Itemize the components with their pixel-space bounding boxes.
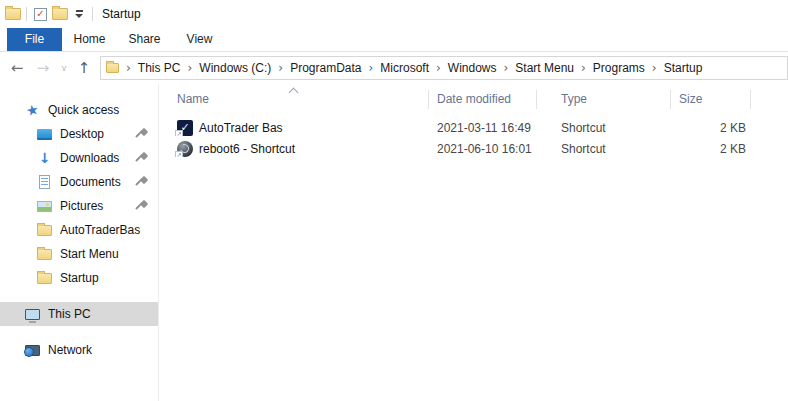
explorer-window: ✓ Startup File Home Share View ← → ∨ ↑ ›… [0, 0, 788, 401]
file-date-modified: 2021-03-11 16:49 [429, 121, 537, 135]
ribbon-tab-strip: File Home Share View [0, 28, 788, 52]
sidebar-item-start-menu[interactable]: Start Menu [0, 242, 158, 266]
history-dropdown-icon[interactable]: ∨ [56, 63, 72, 73]
file-size: 2 KB [671, 121, 751, 135]
up-icon[interactable]: ↑ [72, 59, 96, 77]
navigation-pane: ★ Quick access Desktop ↓ Downloads Docum… [0, 84, 159, 401]
breadcrumb-chevron-icon: › [278, 61, 283, 75]
explorer-app-icon [5, 8, 21, 20]
breadcrumb-chevron-icon: › [504, 61, 509, 75]
breadcrumb-windows-c[interactable]: Windows (C:) [199, 61, 271, 75]
reboot-shortcut-icon: ↗ [177, 141, 193, 157]
column-header-row: Name Date modified Type Size [159, 84, 788, 114]
folder-icon [37, 249, 52, 260]
pin-icon [136, 176, 148, 188]
sidebar-item-network[interactable]: Network [0, 338, 158, 362]
check-icon: ✓ [36, 9, 44, 19]
tab-share[interactable]: Share [117, 28, 172, 51]
pin-icon [136, 152, 148, 164]
breadcrumb-chevron-icon: › [369, 61, 374, 75]
back-icon[interactable]: ← [4, 59, 30, 77]
address-folder-icon [106, 63, 119, 73]
address-bar[interactable]: › This PC › Windows (C:) › ProgramData ›… [100, 56, 788, 80]
shortcut-arrow-icon: ↗ [175, 130, 183, 136]
quick-access-star-icon: ★ [25, 102, 40, 118]
customize-qat-dropdown-icon[interactable] [75, 10, 83, 18]
breadcrumb-chevron-icon: › [188, 61, 193, 75]
breadcrumb-chevron-icon: › [436, 61, 441, 75]
breadcrumb-programs[interactable]: Programs [593, 61, 645, 75]
file-row-autotrader[interactable]: ✓ ↗ AutoTrader Bas 2021-03-11 16:49 Shor… [159, 117, 788, 138]
folder-icon [37, 273, 52, 284]
column-header-name[interactable]: Name [159, 84, 429, 114]
file-name: AutoTrader Bas [199, 121, 283, 135]
tab-home[interactable]: Home [62, 28, 117, 51]
window-title: Startup [102, 7, 141, 21]
breadcrumb-chevron-icon: › [126, 61, 131, 75]
breadcrumb-chevron-icon: › [581, 61, 586, 75]
pin-icon [136, 128, 148, 140]
sidebar-item-pictures[interactable]: Pictures [0, 194, 158, 218]
file-rows: ✓ ↗ AutoTrader Bas 2021-03-11 16:49 Shor… [159, 117, 788, 159]
folder-icon [37, 225, 52, 236]
sidebar-item-desktop[interactable]: Desktop [0, 122, 158, 146]
main-area: ★ Quick access Desktop ↓ Downloads Docum… [0, 84, 788, 401]
tab-view[interactable]: View [172, 28, 227, 51]
breadcrumb-chevron-icon: › [652, 61, 657, 75]
column-header-size[interactable]: Size [671, 84, 751, 114]
titlebar: ✓ Startup [0, 0, 788, 28]
pin-icon [136, 200, 148, 212]
desktop-icon [37, 129, 52, 140]
sidebar-item-documents[interactable]: Documents [0, 170, 158, 194]
new-folder-qat-button[interactable] [52, 8, 68, 20]
file-type: Shortcut [537, 121, 671, 135]
qat-separator [92, 7, 93, 21]
computer-icon [25, 309, 40, 320]
column-header-type[interactable]: Type [537, 84, 671, 114]
file-name: reboot6 - Shortcut [199, 142, 295, 156]
autotrader-shortcut-icon: ✓ ↗ [177, 120, 193, 136]
breadcrumb-this-pc[interactable]: This PC [138, 61, 181, 75]
sidebar-item-autotraderbas[interactable]: AutoTraderBas [0, 218, 158, 242]
file-list-pane: Name Date modified Type Size ✓ ↗ AutoTra… [159, 84, 788, 401]
downloads-icon: ↓ [39, 151, 51, 165]
file-date-modified: 2021-06-10 16:01 [429, 142, 537, 156]
qat-separator [26, 7, 27, 21]
sidebar-item-downloads[interactable]: ↓ Downloads [0, 146, 158, 170]
forward-icon[interactable]: → [30, 59, 56, 77]
file-row-reboot6[interactable]: ↗ reboot6 - Shortcut 2021-06-10 16:01 Sh… [159, 138, 788, 159]
breadcrumb-windows[interactable]: Windows [448, 61, 497, 75]
sidebar-item-this-pc[interactable]: This PC [0, 302, 158, 326]
shortcut-arrow-icon: ↗ [175, 151, 183, 157]
breadcrumb-microsoft[interactable]: Microsoft [380, 61, 429, 75]
breadcrumb-start-menu[interactable]: Start Menu [515, 61, 574, 75]
sidebar-item-quick-access[interactable]: ★ Quick access [0, 98, 158, 122]
network-icon [25, 345, 40, 356]
file-type: Shortcut [537, 142, 671, 156]
pictures-icon [37, 201, 52, 212]
tab-file[interactable]: File [7, 28, 62, 51]
sidebar-item-startup[interactable]: Startup [0, 266, 158, 290]
file-size: 2 KB [671, 142, 751, 156]
breadcrumb-startup[interactable]: Startup [664, 61, 703, 75]
breadcrumb-programdata[interactable]: ProgramData [290, 61, 361, 75]
document-icon [39, 175, 50, 189]
properties-qat-button[interactable]: ✓ [34, 8, 47, 21]
column-header-date-modified[interactable]: Date modified [429, 84, 537, 114]
navigation-bar: ← → ∨ ↑ › This PC › Windows (C:) › Progr… [0, 52, 788, 84]
